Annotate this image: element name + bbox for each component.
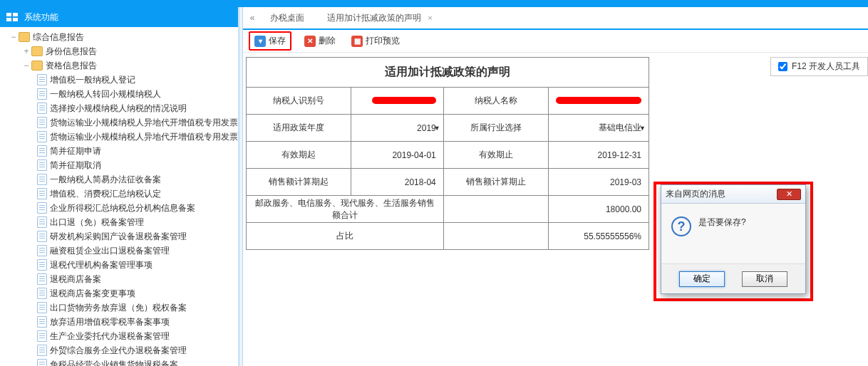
value-sales-total: 18000.00 (548, 196, 649, 223)
tree-item[interactable]: 退税商店备案 (1, 272, 238, 286)
dialog-title: 来自网页的消息 (666, 188, 725, 200)
file-icon (37, 188, 47, 199)
system-header-label: 系统功能 (24, 7, 58, 27)
tree-label: 资格信息报告 (46, 58, 97, 73)
tree-item[interactable]: 出口货物劳务放弃退（免）税权备案 (1, 300, 238, 315)
file-icon (37, 88, 47, 100)
tree-item[interactable]: 增值税、消费税汇总纳税认定 (1, 187, 238, 201)
file-icon (37, 74, 47, 85)
form-title: 适用加计抵减政策的声明 (247, 58, 649, 88)
file-icon (37, 231, 47, 242)
tree-item[interactable]: 简并征期取消 (1, 158, 238, 172)
tab-label: 办税桌面 (270, 13, 304, 23)
sidebar: 系统功能 − 综合信息报告 + 身份信息报告 − 资格信息报告 增值税一般纳税人… (0, 7, 239, 366)
tree-label: 融资租赁企业出口退税备案管理 (50, 244, 170, 258)
dev-tools-hint[interactable]: F12 开发人员工具 (770, 57, 868, 76)
tree-item[interactable]: 退税商店备案变更事项 (1, 286, 238, 300)
collapse-icon[interactable]: − (21, 58, 31, 73)
tree-item[interactable]: 选择按小规模纳税人纳税的情况说明 (1, 101, 238, 115)
value-ratio: 55.55555556% (548, 223, 649, 250)
label-sales-from: 销售额计算期起 (247, 169, 351, 196)
select-policy-year[interactable]: 2019▼ (351, 115, 444, 142)
tree-label: 身份信息报告 (46, 44, 97, 58)
file-icon (37, 345, 47, 356)
tree-item[interactable]: 研发机构采购国产设备退税备案管理 (1, 229, 238, 244)
value-taxpayer-id (351, 88, 444, 115)
file-icon (37, 174, 47, 185)
tab-desktop[interactable]: 办税桌面 (259, 7, 316, 28)
label-policy-year: 适用政策年度 (247, 115, 351, 142)
tree-label: 生产企业委托代办退税备案管理 (50, 329, 170, 343)
tree-item[interactable]: 生产企业委托代办退税备案管理 (1, 329, 238, 343)
file-icon (37, 245, 47, 256)
delete-button[interactable]: ✕ 删除 (301, 33, 339, 48)
tabs-prev-icon[interactable]: « (246, 13, 259, 23)
dialog-titlebar[interactable]: 来自网页的消息 ✕ (661, 185, 805, 204)
value-valid-from: 2019-04-01 (351, 142, 444, 169)
file-icon (37, 131, 47, 142)
folder-icon (19, 32, 30, 42)
file-icon (37, 103, 47, 114)
dev-label: F12 开发人员工具 (792, 61, 860, 73)
modal-highlight: 来自网页的消息 ✕ ? 是否要保存? 确定 取消 (653, 182, 813, 301)
tree-label: 一般纳税人转回小规模纳税人 (50, 87, 161, 101)
tree-root[interactable]: − 综合信息报告 (1, 30, 238, 44)
tree-item[interactable]: 放弃适用增值税零税率备案事项 (1, 315, 238, 329)
cancel-button[interactable]: 取消 (742, 271, 787, 287)
tree-item[interactable]: 一般纳税人转回小规模纳税人 (1, 87, 238, 101)
tree-folder[interactable]: + 身份信息报告 (1, 44, 238, 58)
save-icon: ▾ (254, 36, 266, 47)
tree-label: 放弃适用增值税零税率备案事项 (50, 315, 170, 329)
value-sales-total-mid (443, 196, 548, 223)
value-sales-from: 2018-04 (351, 169, 444, 196)
label-industry: 所属行业选择 (443, 115, 548, 142)
close-icon[interactable]: × (428, 14, 432, 22)
tree-item[interactable]: 退税代理机构备案管理事项 (1, 258, 238, 272)
tree-label: 企业所得税汇总纳税总分机构信息备案 (50, 201, 195, 215)
tree-item[interactable]: 融资租赁企业出口退税备案管理 (1, 244, 238, 258)
label-ratio: 占比 (247, 223, 444, 250)
value-sales-to: 2019-03 (548, 169, 649, 196)
tree-item[interactable]: 出口退（免）税备案管理 (1, 215, 238, 229)
file-icon (37, 359, 47, 366)
collapse-icon[interactable]: − (9, 30, 19, 44)
print-icon: ▦ (351, 36, 363, 47)
value-taxpayer-name (548, 88, 649, 115)
chevron-down-icon: ▼ (639, 125, 646, 132)
print-preview-button[interactable]: ▦ 打印预览 (348, 33, 403, 48)
value-valid-to: 2019-12-31 (548, 142, 649, 169)
tab-label: 适用加计抵减政策的声明 (327, 13, 421, 23)
redacted-text (372, 97, 436, 104)
tree-label: 货物运输业小规模纳税人异地代开增值税专用发票备案 (50, 130, 238, 144)
dialog-close-button[interactable]: ✕ (777, 189, 801, 200)
tree-item[interactable]: 外贸综合服务企业代办退税备案管理 (1, 343, 238, 357)
select-industry[interactable]: 基础电信业▼ (548, 115, 649, 142)
tree-item[interactable]: 免税品经营企业销售货物退税备案 (1, 357, 238, 366)
label-taxpayer-name: 纳税人名称 (443, 88, 548, 115)
tree-folder[interactable]: − 资格信息报告 (1, 58, 238, 73)
file-icon (37, 316, 47, 328)
folder-icon (31, 61, 43, 70)
ok-button[interactable]: 确定 (679, 271, 725, 287)
file-icon (37, 302, 47, 313)
toolbar: ▾ 保存 ✕ 删除 ▦ 打印预览 (243, 30, 868, 53)
file-icon (37, 202, 47, 214)
tab-declaration[interactable]: 适用加计抵减政策的声明 × (316, 7, 444, 28)
expand-icon[interactable]: + (21, 44, 31, 58)
confirm-dialog: 来自网页的消息 ✕ ? 是否要保存? 确定 取消 (661, 184, 806, 294)
nav-tree[interactable]: − 综合信息报告 + 身份信息报告 − 资格信息报告 增值税一般纳税人登记一般纳… (0, 27, 238, 366)
label-valid-from: 有效期起 (247, 142, 351, 169)
tree-label: 选择按小规模纳税人纳税的情况说明 (50, 101, 187, 115)
tree-item[interactable]: 简并征期申请 (1, 144, 238, 158)
label-valid-to: 有效期止 (443, 142, 548, 169)
save-button[interactable]: ▾ 保存 (252, 33, 289, 48)
tree-item[interactable]: 企业所得税汇总纳税总分机构信息备案 (1, 201, 238, 215)
tree-item[interactable]: 增值税一般纳税人登记 (1, 73, 238, 87)
tree-item[interactable]: 货物运输业小规模纳税人异地代开增值税专用发票备案 (1, 115, 238, 130)
dev-checkbox[interactable] (778, 62, 787, 71)
label-sales-to: 销售额计算期止 (443, 169, 548, 196)
tree-label: 出口退（免）税备案管理 (50, 215, 144, 229)
tree-label: 退税商店备案 (50, 272, 101, 286)
tree-item[interactable]: 一般纳税人简易办法征收备案 (1, 172, 238, 187)
tree-item[interactable]: 货物运输业小规模纳税人异地代开增值税专用发票备案 (1, 130, 238, 144)
